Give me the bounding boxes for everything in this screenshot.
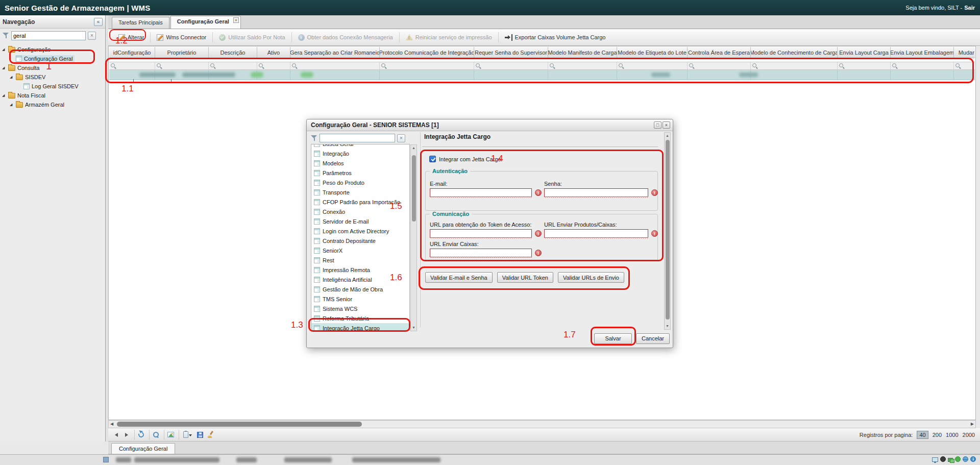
list-scrollbar[interactable]: ▲ ▼ <box>410 144 417 331</box>
save-button[interactable]: Salvar <box>594 333 632 344</box>
logout-link[interactable]: Sair <box>964 5 975 11</box>
tab-close-icon[interactable]: × <box>233 17 239 23</box>
dialog-list-item[interactable]: Conexão <box>311 207 409 216</box>
dialog-list-item[interactable]: Modelos <box>311 158 409 168</box>
scroll-right-icon[interactable]: ▶ <box>971 422 974 426</box>
tree-expander-icon[interactable]: ◢ <box>10 103 14 107</box>
main-tab[interactable]: Configuração Geral × <box>170 16 241 29</box>
page-size-option[interactable]: 1000 <box>946 432 958 438</box>
grid-filter-cell[interactable] <box>617 62 688 70</box>
dialog-list-item[interactable]: SeniorX <box>311 246 409 255</box>
tree-expander-icon[interactable]: ◢ <box>2 47 7 52</box>
grid-row-cell[interactable] <box>548 70 617 80</box>
grid-column-header[interactable]: Modelo de Etiqueta do Lote <box>617 47 688 58</box>
pager-tool-button[interactable] <box>111 430 121 440</box>
validate-button[interactable]: Validar URL Token <box>497 272 553 283</box>
pager-tool-button[interactable] <box>205 430 215 440</box>
grid-column-header[interactable]: Modelo Manifesto de Carga <box>548 47 617 58</box>
grid-filter-cell[interactable] <box>688 62 751 70</box>
dialog-list-item[interactable]: Integração <box>311 149 409 158</box>
grid-column-header[interactable]: Envia Layout Carga <box>838 47 891 58</box>
grid-column-header[interactable]: Ativo <box>257 47 290 58</box>
grid-column-header[interactable]: Modelo de Conhecimento de Carga <box>751 47 838 58</box>
toolbar-button[interactable]: Wms Connector <box>150 32 212 42</box>
pager-tool-button[interactable] <box>166 430 179 440</box>
dialog-list-item[interactable]: Transporte <box>311 187 409 197</box>
nav-tree-item[interactable]: ◢ Configuração <box>0 45 105 54</box>
nav-tree-item[interactable]: ◢ SISDEV <box>0 72 105 82</box>
grid-column-header[interactable]: Controla Área de Espera <box>688 47 751 58</box>
grid-filter-cell[interactable] <box>954 62 975 70</box>
senha-input[interactable] <box>545 189 648 197</box>
dialog-list-item[interactable]: Impressão Remota <box>311 265 409 275</box>
dialog-list-item[interactable]: Contrato Depositante <box>311 236 409 246</box>
close-window-icon[interactable]: × <box>663 121 670 129</box>
collapse-panel-button[interactable]: « <box>94 18 103 26</box>
grid-filter-cell[interactable] <box>155 62 209 70</box>
dialog-list-item[interactable]: Inteligência Artificial <box>311 275 409 284</box>
grid-column-header[interactable]: idConfiguração <box>109 47 155 58</box>
status-tray-icon[interactable] <box>963 456 968 463</box>
dialog-list-item[interactable]: Gestão de Mão de Obra <box>311 284 409 294</box>
pager-tool-button[interactable] <box>181 430 191 440</box>
dialog-list-item[interactable]: TMS Senior <box>311 294 409 304</box>
grid-column-header[interactable]: Descrição <box>209 47 257 58</box>
grid-filter-cell[interactable] <box>290 62 380 70</box>
nav-tree-item[interactable]: ◢ Log Geral SISDEV <box>0 82 105 91</box>
tree-expander-icon[interactable]: ◢ <box>2 93 7 97</box>
scroll-up-icon[interactable]: ▲ <box>411 145 416 151</box>
url-produtos-input[interactable] <box>545 230 648 237</box>
scrollbar-thumb[interactable] <box>117 422 362 427</box>
bottom-tab[interactable]: Configuração Geral <box>111 443 175 454</box>
grid-row-cell[interactable] <box>954 70 975 80</box>
validate-button[interactable]: Validar E-mail e Senha <box>425 272 493 283</box>
clear-filter-button[interactable]: × <box>397 134 405 142</box>
grid-row-cell[interactable] <box>891 70 954 80</box>
grid-row-cell[interactable] <box>838 70 891 80</box>
grid-row-cell[interactable] <box>474 70 548 80</box>
status-tray-icon[interactable] <box>940 456 946 463</box>
email-input[interactable] <box>430 189 531 197</box>
page-size-option[interactable]: 2000 <box>963 432 975 438</box>
grid-filter-cell[interactable] <box>209 62 257 70</box>
toolbar-button[interactable]: Exportar Caixas Volume Jetta Cargo <box>498 32 612 42</box>
grid-horizontal-scrollbar[interactable]: ◀ ▶ <box>108 420 976 428</box>
pager-tool-button[interactable] <box>136 430 150 440</box>
grid-column-header[interactable]: Envia Layout Embalagem <box>891 47 954 58</box>
status-tray-icon[interactable] <box>955 456 961 463</box>
dialog-title-bar[interactable]: Configuração Geral - SENIOR SISTEMAS [1] <box>307 119 673 131</box>
restore-window-icon[interactable]: □ <box>654 121 662 129</box>
validate-button[interactable]: Validar URLs de Envio <box>558 272 624 283</box>
nav-tree-item[interactable]: ◢ Configuração Geral <box>0 54 105 63</box>
integrate-checkbox[interactable] <box>429 156 436 162</box>
page-size-option[interactable]: 200 <box>933 432 942 438</box>
nav-tree-item[interactable]: ◢ Consulta <box>0 63 105 72</box>
grid-column-header[interactable]: Proprietário <box>155 47 209 58</box>
status-tray-icon[interactable] <box>932 457 938 463</box>
url-caixas-input[interactable] <box>430 249 531 257</box>
grid-filter-cell[interactable] <box>474 62 548 70</box>
grid-filter-cell[interactable] <box>109 62 155 70</box>
grid-row-cell[interactable] <box>380 70 474 80</box>
grid-filter-cell[interactable] <box>751 62 838 70</box>
scrollbar-thumb[interactable] <box>666 140 670 320</box>
dialog-list-item[interactable]: Servidor de E-mail <box>311 216 409 226</box>
url-token-input[interactable] <box>430 230 531 237</box>
form-scrollbar[interactable]: ▲ ▼ <box>664 132 671 330</box>
clear-filter-button[interactable]: × <box>88 32 96 40</box>
grid-filter-cell[interactable] <box>548 62 617 70</box>
status-tray-icon[interactable] <box>970 456 976 463</box>
tree-expander-icon[interactable]: ◢ <box>10 75 14 79</box>
status-tray-icon[interactable] <box>948 457 953 463</box>
main-tab[interactable]: Tarefas Principais × <box>112 17 169 29</box>
dialog-list-item[interactable]: Peso do Produto <box>311 178 409 187</box>
dialog-list-item[interactable]: Busca Geral <box>311 144 409 149</box>
grid-filter-cell[interactable] <box>891 62 954 70</box>
dialog-list-item[interactable]: Reforma Tributária <box>311 313 409 323</box>
scrollbar-thumb[interactable] <box>412 155 416 222</box>
dialog-list-item[interactable]: Sistema WCS <box>311 304 409 313</box>
grid-filter-cell[interactable] <box>257 62 290 70</box>
grid-row-cell[interactable] <box>751 70 838 80</box>
grid-column-header[interactable]: Requer Senha do Supervisor <box>474 47 548 58</box>
pager-tool-button[interactable] <box>121 430 135 440</box>
